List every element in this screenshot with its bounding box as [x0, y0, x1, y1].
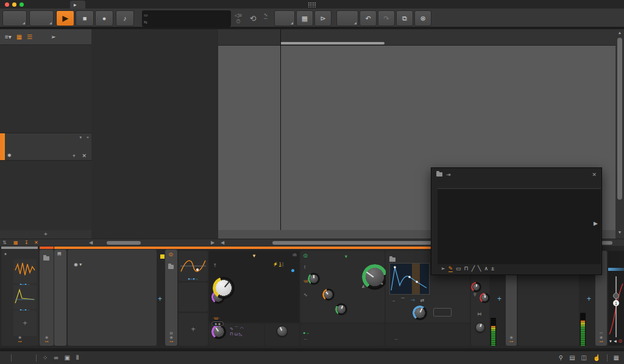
segments-note-select[interactable]: [433, 308, 452, 317]
loop-range-icon[interactable]: ▭: [144, 12, 150, 18]
add-menu-button[interactable]: [274, 10, 295, 26]
pin-icon[interactable]: ⌖: [87, 135, 89, 140]
delete-icon[interactable]: ⊗: [414, 10, 431, 26]
timeline-ruler[interactable]: [218, 29, 615, 46]
dual-panel-icon[interactable]: ▣: [65, 354, 70, 361]
add-modulator-button[interactable]: +: [13, 310, 37, 336]
filter-slope-icon[interactable]: ◭: [362, 284, 365, 289]
ramp-up-tool-icon[interactable]: ╱: [472, 265, 475, 271]
filter-lfo-knob[interactable]: [336, 304, 346, 314]
rect-tool-icon[interactable]: ▭: [456, 265, 461, 271]
filter-keytrack-knob[interactable]: [324, 290, 333, 299]
segments-loop-mode-icons[interactable]: → ⌒ ⇒ ⇄: [391, 297, 426, 304]
automation-follow-icons[interactable]: ∿⌒: [261, 10, 271, 26]
launcher-hscroll-thumb[interactable]: [107, 241, 141, 245]
device-power-icon[interactable]: ⏼: [169, 252, 172, 258]
filter-type-select[interactable]: ▾: [319, 253, 374, 259]
track-sort-icon[interactable]: ≡▾: [5, 33, 12, 40]
undo-icon[interactable]: ↶: [360, 10, 377, 26]
filter-collapse-icon[interactable]: ◂: [380, 281, 383, 286]
file-menu-button[interactable]: [2, 10, 27, 26]
copy-icon[interactable]: ⧉: [396, 10, 413, 26]
out-spread-knob[interactable]: [475, 323, 485, 332]
add-instrument-track-icon[interactable]: ▦: [296, 10, 313, 26]
arranger-view-icon[interactable]: ☰: [27, 33, 32, 40]
touch-icon[interactable]: ☝: [593, 354, 600, 361]
cue-metronome-icons[interactable]: ◁≡⏱: [233, 10, 244, 26]
launcher-view-icon[interactable]: ▦: [16, 33, 22, 40]
add-device-button[interactable]: +: [587, 295, 591, 303]
unison-icons[interactable]: ⚡ 1 |: [273, 262, 283, 267]
group3-device-tab[interactable]: ◉⊶: [40, 250, 54, 346]
osc-display-mode-icon[interactable]: ıllı: [292, 253, 297, 257]
phase-icon[interactable]: ⤒: [214, 263, 216, 269]
stop-button[interactable]: ■: [76, 10, 94, 26]
modulator-slot-envelope[interactable]: ●─●→: [13, 285, 37, 309]
modulator-icon[interactable]: ✱: [7, 153, 12, 158]
close-popup-icon[interactable]: ✕: [592, 172, 597, 178]
arranger-vertical-scrollbar[interactable]: ▲ ▼: [615, 29, 624, 239]
maximize-window-icon[interactable]: [20, 2, 24, 7]
minimize-window-icon[interactable]: [12, 2, 16, 7]
wavetable-title[interactable]: ▾: [209, 251, 299, 259]
popup-ruler[interactable]: [438, 181, 601, 189]
connections-icon[interactable]: ∞: [54, 354, 58, 361]
file-icon[interactable]: ▤: [569, 354, 575, 361]
segments-rate-knob[interactable]: [414, 307, 426, 319]
filter-cutoff-knob[interactable]: [363, 265, 386, 289]
envelope-graph[interactable]: [438, 189, 601, 264]
vscroll-thumb[interactable]: [617, 38, 622, 200]
folder-icon[interactable]: [168, 261, 174, 271]
shuffle-icon[interactable]: ⇅: [2, 240, 7, 245]
ruler-selection[interactable]: [280, 42, 385, 44]
grid-menu-icon[interactable]: [308, 2, 316, 7]
record-button[interactable]: ●: [95, 10, 113, 26]
add-expression-button[interactable]: +: [179, 313, 208, 346]
piano-icon[interactable]: ▦: [614, 354, 619, 361]
close-lane-icon[interactable]: ✕: [82, 153, 87, 159]
filter-env-knob[interactable]: [309, 274, 319, 284]
cue-icon[interactable]: ◁≡: [235, 12, 242, 18]
metronome-icon[interactable]: ⏱: [236, 18, 240, 25]
sync-pill[interactable]: ◈ ◈: [211, 321, 224, 326]
remotes-page-select[interactable]: ◉ ▾: [74, 262, 82, 267]
pointer-tool-icon[interactable]: ➢: [51, 33, 55, 40]
sub-octave-options[interactable]: [231, 341, 233, 345]
insert-scene-icon[interactable]: ↧: [24, 240, 29, 245]
playhead[interactable]: [280, 29, 281, 230]
pencil-tool-icon[interactable]: ✎: [448, 265, 453, 272]
import-icon[interactable]: ⇥: [446, 172, 451, 178]
redo-icon[interactable]: ↷: [378, 10, 395, 26]
overdub-icon[interactable]: ♪: [116, 10, 134, 26]
scroll-down-icon[interactable]: ▼: [615, 230, 624, 234]
output-icon[interactable]: ◫: [581, 354, 587, 361]
add-audio-track-icon[interactable]: ⊳: [314, 10, 332, 26]
modulator-slot-lfo[interactable]: ●─●→: [13, 259, 37, 284]
preview-play-icon[interactable]: ▶: [594, 220, 598, 226]
snap-icon[interactable]: ⁘: [43, 354, 48, 361]
folder-icon[interactable]: [436, 172, 442, 178]
add-track-button[interactable]: +: [0, 230, 91, 239]
index-knob[interactable]: [214, 278, 233, 298]
step-tool-icon[interactable]: ⊓: [464, 265, 469, 271]
scroll-up-icon[interactable]: ▲: [615, 30, 624, 35]
transport-display[interactable]: ▭⇆: [142, 10, 231, 27]
close-window-icon[interactable]: [5, 2, 9, 7]
out-vel-knob[interactable]: [472, 283, 480, 291]
launcher-scroll-left-icon[interactable]: ◀: [89, 240, 93, 245]
mod-wheel-panel[interactable]: ●─●→: [179, 251, 208, 281]
keytrack-icon[interactable]: ·ɯ·: [213, 315, 219, 321]
delete-scene-icon[interactable]: ✕: [34, 240, 38, 245]
sub-knob[interactable]: [213, 326, 225, 338]
popup-header[interactable]: ⇥ ✕: [431, 168, 601, 181]
launcher-grid-icon[interactable]: ▦: [13, 240, 18, 245]
edit-menu-button[interactable]: [336, 10, 358, 26]
triangle-tool-icon[interactable]: ∧: [484, 265, 488, 271]
add-lane-icon[interactable]: +: [73, 153, 76, 159]
filter-power-icon[interactable]: ⏼: [303, 253, 307, 259]
sub-waveform-icons[interactable]: ∿⌒◠⊓⊔◺: [230, 326, 245, 337]
wavetable-display[interactable]: [229, 261, 277, 297]
wonky-device-tab[interactable]: ▤: [54, 250, 66, 346]
arranger-scroll-left-icon[interactable]: ◀: [221, 240, 224, 245]
add-device-button[interactable]: +: [158, 295, 162, 303]
